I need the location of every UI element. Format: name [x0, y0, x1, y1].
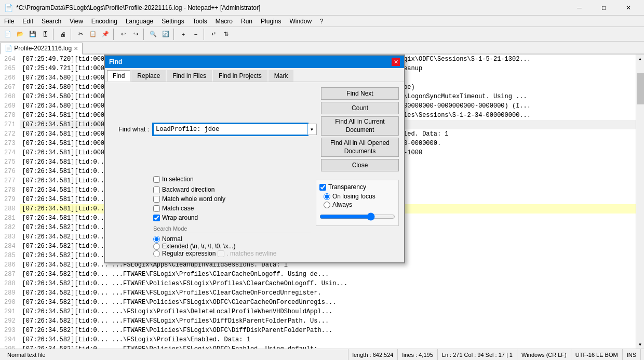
log-line[interactable]: [07:26:34.582][tid:0... ...\FSLogix\Prof…: [20, 335, 636, 344]
checkbox-group: Backward direction Match whole word only…: [153, 186, 225, 221]
new-button[interactable]: 📄: [2, 29, 14, 40]
extended-mode-radio[interactable]: [153, 243, 160, 250]
find-dialog-body: Find what : ▼ Find Next Count Find All i…: [105, 82, 404, 262]
find-dialog-title: Find: [109, 58, 122, 65]
file-type-text: Normal text file: [7, 352, 45, 358]
find-dialog-close-button[interactable]: ✕: [392, 58, 400, 66]
in-selection-checkbox[interactable]: [153, 176, 160, 183]
menu-item-run[interactable]: Run: [237, 16, 257, 27]
on-losing-focus-radio[interactable]: [324, 193, 330, 200]
line-number: 278: [2, 185, 18, 195]
zoom-in-button[interactable]: +: [178, 29, 189, 40]
scroll-track[interactable]: [636, 63, 644, 340]
search-mode-section: Search Mode Normal Extended (\n, \r, \t,…: [153, 225, 311, 257]
line-number: 271: [2, 120, 18, 129]
log-line[interactable]: [07:26:34.582][tid:0... ...FTWARE\FSLogi…: [20, 316, 636, 326]
menu-item-?[interactable]: ?: [316, 16, 328, 27]
position-text: Ln : 271 Col : 94 Sel : 17 | 1: [442, 352, 513, 358]
dos-mode-segment: Windows (CR LF): [517, 349, 571, 360]
line-number: 265: [2, 64, 18, 73]
menu-item-view[interactable]: View: [65, 16, 87, 27]
line-number: 276: [2, 167, 18, 176]
scroll-up-button[interactable]: ▲: [636, 55, 645, 63]
copy-button[interactable]: 📋: [87, 29, 99, 40]
scroll-thumb[interactable]: [637, 73, 644, 104]
transparency-slider[interactable]: [319, 212, 395, 221]
print-button[interactable]: 🖨: [57, 29, 69, 40]
line-number: 269: [2, 101, 18, 111]
open-button[interactable]: 📂: [15, 29, 26, 40]
menu-item-settings[interactable]: Settings: [157, 16, 188, 27]
minimize-button[interactable]: ─: [568, 3, 591, 13]
wrap-around-checkbox[interactable]: [153, 215, 160, 221]
toolbar-separator-2: [71, 29, 73, 40]
paste-button[interactable]: 📌: [100, 29, 111, 40]
menu-item-macro[interactable]: Macro: [211, 16, 237, 27]
log-line[interactable]: [07:26:34.582][tid:0... ...FTWARE\Polici…: [20, 298, 636, 307]
scroll-down-button[interactable]: ▼: [636, 340, 645, 349]
replace-button[interactable]: 🔄: [160, 29, 171, 40]
in-selection-label: In selection: [153, 176, 311, 183]
close-button[interactable]: ✕: [616, 3, 640, 13]
find-what-dropdown[interactable]: ▼: [307, 124, 317, 135]
transparency-checkbox[interactable]: [319, 184, 326, 191]
tab-profile-log[interactable]: 📄 Profile-20221116.log ✕: [0, 43, 83, 55]
wrap-button[interactable]: ↵: [208, 29, 219, 40]
find-what-label: Find what :: [110, 126, 149, 133]
match-case-row: Match case: [153, 205, 225, 212]
count-button[interactable]: Count: [321, 102, 399, 114]
backward-direction-checkbox[interactable]: [153, 186, 160, 193]
match-case-checkbox[interactable]: [153, 205, 160, 212]
line-number: 266: [2, 73, 18, 83]
save-all-button[interactable]: 🗄: [39, 29, 51, 40]
menu-item-window[interactable]: Window: [285, 16, 316, 27]
find-in-projects-tab[interactable]: Find in Projects: [213, 70, 267, 82]
find-tab[interactable]: Find: [107, 70, 130, 82]
line-number: 279: [2, 195, 18, 204]
sync-button[interactable]: ⇅: [220, 29, 232, 40]
log-line[interactable]: [07:26:34.582][tid:0... ...FTWARE\Polici…: [20, 279, 636, 288]
zoom-out-button[interactable]: −: [190, 29, 202, 40]
log-line[interactable]: [07:26:34.582][tid:0... ...FTWARE\Polici…: [20, 326, 636, 335]
length-text: length : 642,524: [353, 352, 394, 358]
find-checkbox-options: Backward direction Match whole word only…: [153, 186, 311, 221]
find-what-input[interactable]: [153, 124, 307, 135]
always-radio[interactable]: [324, 202, 330, 208]
line-number: 270: [2, 111, 18, 120]
menu-item-edit[interactable]: Edit: [18, 16, 37, 27]
cut-button[interactable]: ✂: [75, 29, 86, 40]
normal-mode-radio[interactable]: [153, 236, 160, 243]
match-whole-word-checkbox[interactable]: [153, 196, 160, 203]
log-line[interactable]: [07:26:34.582][tid:0... ...FTWARE\FSLogi…: [20, 270, 636, 279]
find-next-button[interactable]: Find Next: [321, 87, 399, 100]
menu-item-search[interactable]: Search: [37, 16, 65, 27]
undo-button[interactable]: ↩: [117, 29, 129, 40]
backward-direction-row: Backward direction: [153, 186, 225, 193]
log-line[interactable]: [07:26:34.582][tid:0... ...FTWARE\FSLogi…: [20, 288, 636, 298]
find-dialog: Find ✕ Find Replace Find in Files Find i…: [104, 55, 405, 263]
find-in-files-tab[interactable]: Find in Files: [167, 70, 212, 82]
tab-close-icon[interactable]: ✕: [74, 46, 78, 51]
line-number: 288: [2, 279, 18, 288]
maximize-button[interactable]: □: [592, 3, 615, 13]
save-button[interactable]: 💾: [27, 29, 38, 40]
mark-tab[interactable]: Mark: [269, 70, 294, 82]
close-button[interactable]: Close: [321, 159, 399, 171]
line-number: 283: [2, 232, 18, 242]
line-number: 289: [2, 288, 18, 298]
log-line[interactable]: [07:26:34.582][tid:0... ...FTWARE\Polici…: [20, 344, 636, 349]
regex-mode-radio[interactable]: [153, 250, 160, 257]
find-all-current-button[interactable]: Find All in CurrentDocument: [321, 116, 399, 136]
menu-item-language[interactable]: Language: [122, 16, 157, 27]
find-button[interactable]: 🔍: [147, 29, 159, 40]
replace-tab[interactable]: Replace: [131, 70, 166, 82]
menu-item-encoding[interactable]: Encoding: [87, 16, 122, 27]
log-line[interactable]: [07:26:34.582][tid:0... ...\FSLogix\Prof…: [20, 307, 636, 316]
redo-button[interactable]: ↪: [130, 29, 141, 40]
vertical-scrollbar[interactable]: ▲ ▼: [636, 55, 644, 349]
menu-item-file[interactable]: File: [0, 16, 18, 27]
always-row: Always: [324, 201, 395, 208]
menu-item-tools[interactable]: Tools: [189, 16, 211, 27]
menu-item-plugins[interactable]: Plugins: [257, 16, 285, 27]
find-all-opened-button[interactable]: Find All in All OpenedDocuments: [321, 138, 399, 157]
